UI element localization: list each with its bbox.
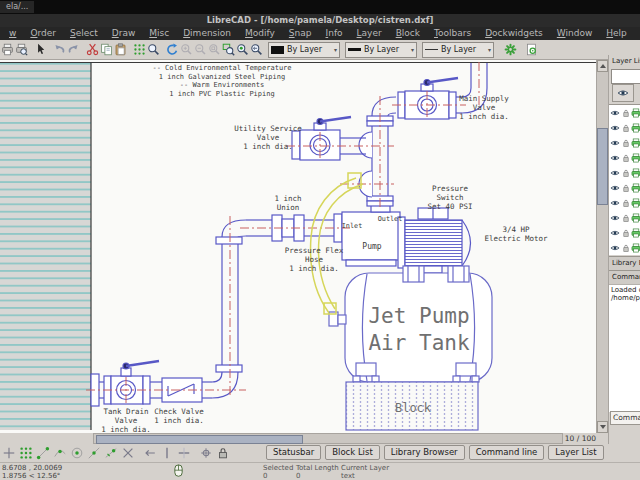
menu-item-block[interactable]: Block xyxy=(389,27,427,40)
eye-icon[interactable] xyxy=(610,198,620,208)
zoom-find-icon[interactable] xyxy=(147,42,160,58)
lock-icon[interactable] xyxy=(621,138,631,148)
dock-button-library-browser[interactable]: Library Browser xyxy=(384,445,465,460)
lock-icon[interactable] xyxy=(621,123,631,133)
print-green-icon[interactable] xyxy=(631,183,640,193)
print-green-icon[interactable] xyxy=(631,153,640,163)
menu-item-modify[interactable]: Modify xyxy=(238,27,282,40)
dock-button-layer-list[interactable]: Layer List xyxy=(548,445,603,460)
layer-row[interactable] xyxy=(609,105,640,120)
scroll-up-button[interactable] xyxy=(597,60,608,72)
print-green-icon[interactable] xyxy=(631,168,640,178)
zoom-pan-icon[interactable] xyxy=(236,42,249,58)
print-icon[interactable] xyxy=(1,42,14,58)
layer-row[interactable] xyxy=(609,225,640,240)
copy-icon[interactable] xyxy=(100,42,113,58)
vertical-scroll-handle[interactable] xyxy=(597,128,608,205)
eye-icon[interactable] xyxy=(610,153,620,163)
menu-item-misc[interactable]: Misc xyxy=(142,27,176,40)
layer-row[interactable] xyxy=(609,150,640,165)
menu-item-snap[interactable]: Snap xyxy=(282,27,319,40)
pen-linetype-combo[interactable]: By Layer▾ xyxy=(422,42,494,58)
cad-drawing-area[interactable]: -- Cold Environmental Temperature1 inch … xyxy=(0,60,596,433)
snap-middle-icon[interactable] xyxy=(86,445,101,461)
layer-row[interactable] xyxy=(609,195,640,210)
grid-dots-icon[interactable] xyxy=(133,42,146,58)
menu-item-dockwidgets[interactable]: Dockwidgets xyxy=(478,27,550,40)
dock-button-block-list[interactable]: Block List xyxy=(325,445,380,460)
restrict-horizontal-icon[interactable] xyxy=(176,445,191,461)
lock-icon[interactable] xyxy=(621,228,631,238)
print-green-icon[interactable] xyxy=(631,138,640,148)
paste-icon[interactable] xyxy=(114,42,127,58)
menu-item-order[interactable]: Order xyxy=(23,27,63,40)
layer-row[interactable] xyxy=(609,165,640,180)
lock-icon[interactable] xyxy=(621,183,631,193)
restrict-nothing-icon[interactable] xyxy=(142,445,157,461)
dock-button-statusbar[interactable]: Statusbar xyxy=(266,445,321,460)
previous-view-icon[interactable] xyxy=(250,42,263,58)
layer-row[interactable] xyxy=(609,120,640,135)
print-green-icon[interactable] xyxy=(631,213,640,223)
menu-item-help[interactable]: Help xyxy=(599,27,634,40)
eye-icon[interactable] xyxy=(610,183,620,193)
menu-item-w[interactable]: w xyxy=(2,27,23,40)
horizontal-scroll-handle[interactable] xyxy=(96,435,303,444)
menu-item-draw[interactable]: Draw xyxy=(105,27,143,40)
dock-button-command-line[interactable]: Command line xyxy=(469,445,545,460)
snap-on-entity-icon[interactable] xyxy=(52,445,67,461)
lock-icon[interactable] xyxy=(621,108,631,118)
eye-icon[interactable] xyxy=(610,123,620,133)
eye-icon[interactable] xyxy=(610,138,620,148)
menu-item-info[interactable]: Info xyxy=(319,27,350,40)
print-green-icon[interactable] xyxy=(631,243,640,253)
layer-row[interactable] xyxy=(609,240,640,255)
eye-icon[interactable] xyxy=(610,108,620,118)
command-line-dock-header[interactable]: Command line xyxy=(609,270,640,285)
zoom-auto-icon[interactable] xyxy=(208,42,221,58)
layer-row[interactable] xyxy=(609,135,640,150)
zoom-window-icon[interactable] xyxy=(222,42,235,58)
pen-color-combo[interactable]: By Layer▾ xyxy=(268,42,340,58)
zoom-in-icon[interactable] xyxy=(180,42,193,58)
snap-distance-icon[interactable] xyxy=(103,445,118,461)
print-green-icon[interactable] xyxy=(631,123,640,133)
menu-item-dimension[interactable]: Dimension xyxy=(176,27,238,40)
undo-icon[interactable] xyxy=(53,42,66,58)
cut-icon[interactable] xyxy=(86,42,99,58)
redraw-icon[interactable] xyxy=(166,42,179,58)
horizontal-scrollbar[interactable] xyxy=(93,433,563,444)
eye-icon[interactable] xyxy=(610,168,620,178)
taskbar-window-entry[interactable]: ela/... xyxy=(0,1,34,13)
doc-settings-icon[interactable] xyxy=(525,42,538,58)
lock-icon[interactable] xyxy=(621,213,631,223)
layer-row[interactable] xyxy=(609,210,640,225)
print-green-icon[interactable] xyxy=(631,228,640,238)
lock-icon[interactable] xyxy=(621,168,631,178)
snap-free-icon[interactable] xyxy=(1,445,16,461)
snap-center-icon[interactable] xyxy=(69,445,84,461)
print-green-icon[interactable] xyxy=(631,198,640,208)
layer-row[interactable] xyxy=(609,180,640,195)
pen-width-combo[interactable]: By Layer▾ xyxy=(345,42,417,58)
snap-endpoint-icon[interactable] xyxy=(35,445,50,461)
print-green-icon[interactable] xyxy=(631,108,640,118)
select-pointer-icon[interactable] xyxy=(34,42,47,58)
settings-gear-icon[interactable] xyxy=(504,42,517,58)
snap-intersection-icon[interactable] xyxy=(120,445,135,461)
command-input[interactable]: Command: xyxy=(610,411,640,425)
redo-icon[interactable] xyxy=(67,42,80,58)
print-preview-icon[interactable] xyxy=(15,42,28,58)
lock-icon[interactable] xyxy=(621,243,631,253)
restrict-vertical-icon[interactable] xyxy=(159,445,174,461)
menu-item-layer[interactable]: Layer xyxy=(350,27,389,40)
layer-filter-input[interactable] xyxy=(611,69,640,84)
toggle-all-layers-button[interactable] xyxy=(612,84,634,102)
library-browser-dock-header[interactable]: Library Browser xyxy=(609,256,640,271)
eye-icon[interactable] xyxy=(610,228,620,238)
lock-relative-zero-icon[interactable] xyxy=(215,445,230,461)
lock-icon[interactable] xyxy=(621,153,631,163)
menu-item-select[interactable]: Select xyxy=(63,27,105,40)
menu-item-window[interactable]: Window xyxy=(550,27,600,40)
zoom-out-icon[interactable] xyxy=(194,42,207,58)
